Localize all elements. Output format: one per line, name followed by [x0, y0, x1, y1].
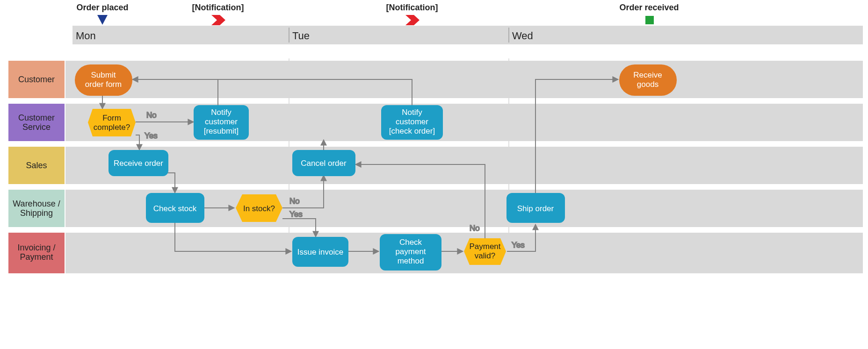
lane-customer-service: CustomerService: [18, 113, 55, 132]
day-wed: Wed: [512, 30, 533, 42]
lane-invoicing: Invoicing /Payment: [17, 243, 55, 262]
marker-notification-2: [Notification]: [386, 3, 438, 25]
svg-text:Check stock: Check stock: [153, 204, 197, 213]
node-cancel-order: Cancel order: [292, 150, 355, 176]
svg-text:Cancel order: Cancel order: [301, 159, 347, 168]
node-form-complete: Formcomplete?: [88, 109, 136, 136]
marker-order-received: Order received: [619, 3, 679, 24]
svg-text:Receive order: Receive order: [114, 159, 163, 168]
node-notify-resubmit: Notifycustomer[resubmit]: [194, 105, 249, 140]
lane-customer: Customer: [18, 75, 55, 84]
svg-text:In stock?: In stock?: [243, 204, 275, 213]
lane-sales: Sales: [26, 161, 47, 170]
day-mon: Mon: [76, 30, 96, 42]
svg-rect-15: [65, 147, 863, 184]
node-in-stock: In stock?: [236, 194, 282, 222]
svg-text:Order received: Order received: [619, 3, 679, 12]
svg-rect-12: [645, 16, 654, 24]
marker-order-placed: Order placed: [76, 3, 128, 25]
node-issue-invoice: Issue invoice: [292, 237, 348, 267]
svg-text:No: No: [289, 197, 300, 206]
svg-rect-0: [72, 26, 863, 44]
svg-marker-6: [97, 15, 108, 25]
node-receive-goods: Receivegoods: [619, 64, 677, 96]
day-tue: Tue: [292, 30, 310, 42]
node-notify-check: Notifycustomer[check order]: [381, 105, 443, 140]
svg-text:Yes: Yes: [145, 131, 158, 140]
marker-notification-1: [Notification]: [192, 3, 244, 25]
svg-text:Ship order: Ship order: [517, 204, 554, 213]
svg-text:Checkpaymentmethod: Checkpaymentmethod: [395, 238, 426, 265]
svg-text:No: No: [146, 111, 157, 120]
svg-rect-17: [65, 233, 863, 273]
svg-marker-8: [211, 15, 225, 25]
svg-text:Issue invoice: Issue invoice: [297, 248, 343, 256]
svg-marker-10: [405, 15, 420, 25]
node-submit-order: Submitorder form: [75, 64, 132, 96]
svg-text:Yes: Yes: [289, 210, 303, 219]
svg-text:[Notification]: [Notification]: [192, 3, 244, 12]
node-ship-order: Ship order: [506, 193, 565, 223]
node-receive-order: Receive order: [108, 150, 168, 176]
svg-text:[Notification]: [Notification]: [386, 3, 438, 12]
svg-text:Yes: Yes: [512, 241, 525, 249]
node-payment-valid: Paymentvalid?: [464, 238, 506, 265]
swimlane-diagram: Mon Tue Wed Order placed [Notification] …: [0, 0, 868, 349]
node-check-payment: Checkpaymentmethod: [380, 234, 441, 271]
svg-text:Order placed: Order placed: [76, 3, 128, 12]
node-check-stock: Check stock: [146, 193, 204, 223]
svg-text:No: No: [470, 224, 480, 233]
svg-text:Receivegoods: Receivegoods: [633, 71, 662, 89]
